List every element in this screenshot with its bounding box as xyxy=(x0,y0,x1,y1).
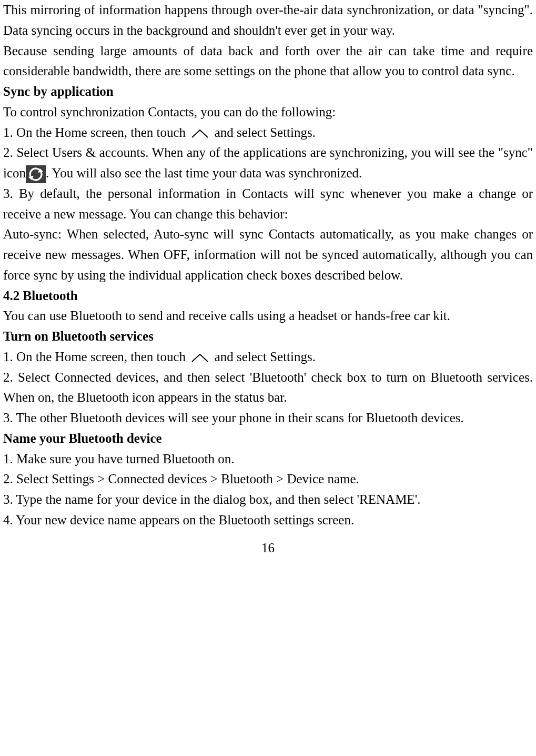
bluetooth-name-step-4: 4. Your new device name appears on the B… xyxy=(3,510,533,531)
bluetooth-turnon-step-3: 3. The other Bluetooth devices will see … xyxy=(3,408,533,429)
sync-step-2: 2. Select Users & accounts. When any of … xyxy=(3,143,533,184)
sync-icon xyxy=(26,165,46,183)
bluetooth-name-step-2: 2. Select Settings > Connected devices >… xyxy=(3,469,533,490)
bluetooth-name-heading: Name your Bluetooth device xyxy=(3,429,533,449)
chevron-up-icon xyxy=(189,352,211,364)
sync-step-1-text-b: and select Settings. xyxy=(215,125,316,140)
bluetooth-turnon-step-2: 2. Select Connected devices, and then se… xyxy=(3,367,533,409)
intro-paragraph-2: Because sending large amounts of data ba… xyxy=(3,41,533,82)
bluetooth-name-step-1: 1. Make sure you have turned Bluetooth o… xyxy=(3,449,533,470)
sync-autosync: Auto-sync: When selected, Auto-sync will… xyxy=(3,224,533,285)
bluetooth-turnon-heading: Turn on Bluetooth services xyxy=(3,326,533,347)
bluetooth-turnon-step-1: 1. On the Home screen, then touch and se… xyxy=(3,347,533,367)
sync-step-1: 1. On the Home screen, then touch and se… xyxy=(3,123,533,143)
sync-step-3: 3. By default, the personal information … xyxy=(3,184,533,225)
chevron-up-icon xyxy=(189,128,211,140)
sync-intro: To control synchronization Contacts, you… xyxy=(3,102,533,123)
bluetooth-turnon-step-1-text-a: 1. On the Home screen, then touch xyxy=(3,350,189,364)
page-number: 16 xyxy=(3,538,533,559)
bluetooth-intro: You can use Bluetooth to send and receiv… xyxy=(3,306,533,326)
bluetooth-turnon-step-1-text-b: and select Settings. xyxy=(215,350,316,364)
sync-step-1-text-a: 1. On the Home screen, then touch xyxy=(3,125,189,140)
sync-heading: Sync by application xyxy=(3,82,533,102)
sync-step-2-text-b: . You will also see the last time your d… xyxy=(46,166,362,180)
bluetooth-name-step-3: 3. Type the name for your device in the … xyxy=(3,490,533,510)
intro-paragraph-1: This mirroring of information happens th… xyxy=(3,0,533,41)
bluetooth-heading: 4.2 Bluetooth xyxy=(3,286,533,306)
